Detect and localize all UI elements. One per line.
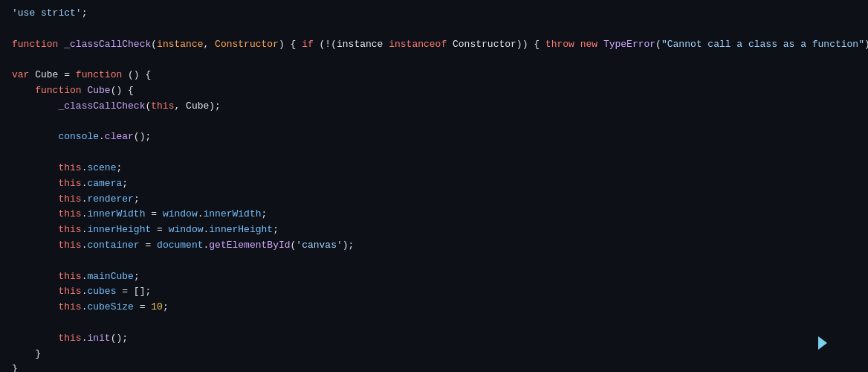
code-line-14: this.innerWidth = window.innerWidth; xyxy=(12,207,856,222)
code-line-16: this.container = document.getElementById… xyxy=(12,238,856,254)
code-line-24: } xyxy=(12,362,856,372)
code-line-2 xyxy=(12,22,856,37)
code-line-13: this.renderer; xyxy=(12,192,856,208)
code-line-22: this.init(); xyxy=(12,331,856,347)
code-line-18: this.mainCube; xyxy=(12,269,856,285)
code-line-12: this.camera; xyxy=(12,176,856,192)
code-line-10 xyxy=(12,145,856,161)
code-line-19: this.cubes = []; xyxy=(12,284,856,300)
code-line-9: console.clear(); xyxy=(12,129,856,145)
code-line-5: var Cube = function () { xyxy=(12,68,856,83)
code-line-20: this.cubeSize = 10; xyxy=(12,300,856,315)
code-line-1: 'use strict'; xyxy=(12,6,856,22)
cursor-icon xyxy=(818,336,827,350)
code-line-3: function _classCallCheck(instance, Const… xyxy=(12,37,856,53)
code-line-6: function Cube() { xyxy=(12,83,856,99)
code-line-17 xyxy=(12,254,856,269)
code-line-4 xyxy=(12,52,856,68)
code-line-15: this.innerHeight = window.innerHeight; xyxy=(12,222,856,238)
code-line-8 xyxy=(12,115,856,130)
code-line-21 xyxy=(12,315,856,331)
code-line-23: } xyxy=(12,347,856,362)
code-line-7: _classCallCheck(this, Cube); xyxy=(12,99,856,115)
code-line-11: this.scene; xyxy=(12,161,856,176)
code-editor: 'use strict'; function _classCallCheck(i… xyxy=(0,0,868,372)
